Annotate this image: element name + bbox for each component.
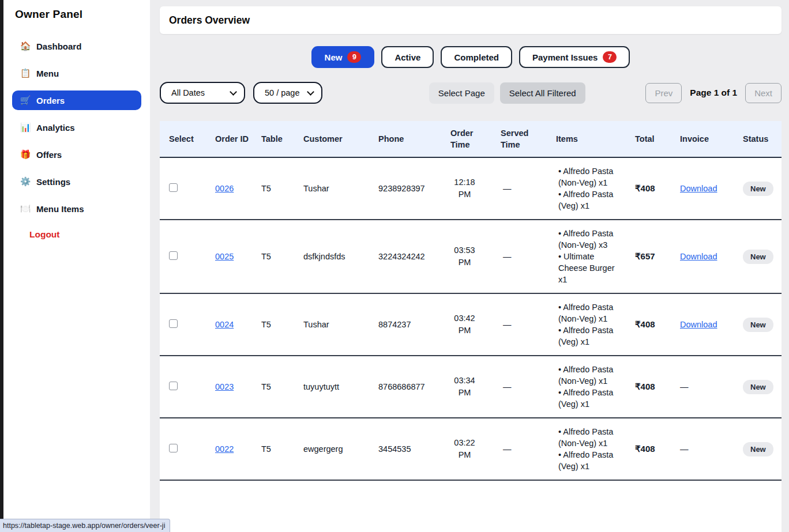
tab-label: Completed bbox=[454, 52, 499, 62]
phone-cell: 3224324242 bbox=[369, 244, 441, 269]
logout-button[interactable]: Logout bbox=[12, 229, 141, 240]
sidebar-item-label: Menu bbox=[36, 69, 59, 78]
table-cell: T5 bbox=[252, 244, 294, 269]
order-id-link[interactable]: 0026 bbox=[215, 184, 234, 193]
col-customer: Customer bbox=[294, 133, 369, 145]
tab-completed[interactable]: Completed bbox=[441, 46, 512, 68]
total-cell: ₹408 bbox=[626, 312, 671, 337]
row-checkbox[interactable] bbox=[169, 444, 178, 452]
row-checkbox[interactable] bbox=[169, 251, 178, 260]
sidebar-item-menu[interactable]: 📋 Menu bbox=[12, 63, 141, 83]
date-filter-wrapper: All Dates bbox=[160, 82, 245, 104]
row-checkbox[interactable] bbox=[169, 382, 178, 390]
prev-page-button[interactable]: Prev bbox=[645, 83, 682, 103]
order-id-link[interactable]: 0025 bbox=[215, 252, 234, 261]
status-badge: New bbox=[743, 250, 773, 264]
customer-cell: tuyuytuytt bbox=[294, 375, 369, 399]
plate-cutlery-icon: 🍽️ bbox=[20, 203, 31, 214]
payment-issues-count-badge: 7 bbox=[603, 51, 617, 63]
pagination: Prev Page 1 of 1 Next bbox=[645, 83, 782, 103]
next-page-button[interactable]: Next bbox=[745, 83, 782, 103]
page-size-wrapper: 50 / page bbox=[253, 82, 322, 104]
order-id-link[interactable]: 0024 bbox=[215, 320, 234, 329]
sidebar-nav: 🏠 Dashboard 📋 Menu 🛒 Orders 📊 Analytics … bbox=[12, 36, 141, 218]
sidebar-item-offers[interactable]: 🎁 Offers bbox=[12, 145, 141, 164]
tab-new[interactable]: New 9 bbox=[311, 46, 375, 68]
page-title: Orders Overview bbox=[169, 14, 250, 27]
select-all-filtered-button[interactable]: Select All Filtered bbox=[500, 82, 585, 104]
items-cell: • Alfredo Pasta (Non-Veg) x1 • Alfredo P… bbox=[547, 294, 626, 355]
order-time-cell: 03:34 PM bbox=[450, 375, 480, 399]
served-time-cell: — bbox=[491, 244, 547, 269]
sidebar-item-label: Analytics bbox=[36, 123, 75, 133]
orders-table-body: 0026 T5 Tushar 9238928397 12:18 PM — • A… bbox=[160, 158, 782, 481]
tab-active[interactable]: Active bbox=[381, 46, 434, 68]
page-size-select[interactable]: 50 / page bbox=[253, 82, 322, 104]
col-invoice: Invoice bbox=[671, 133, 734, 145]
invoice-download-link: — bbox=[680, 444, 689, 454]
row-checkbox[interactable] bbox=[169, 319, 178, 328]
items-cell: • Alfredo Pasta (Non-Veg) x1 • Alfredo P… bbox=[547, 356, 626, 417]
status-badge: New bbox=[743, 380, 773, 394]
table-cell: T5 bbox=[252, 375, 294, 399]
total-cell: ₹408 bbox=[626, 374, 671, 399]
statusbar-url-tooltip: https://tabletap-stage.web.app/owner/ord… bbox=[0, 519, 170, 532]
order-id-link[interactable]: 0023 bbox=[215, 382, 234, 391]
table-cell: T5 bbox=[252, 437, 294, 461]
invoice-download-link[interactable]: Download bbox=[680, 320, 717, 329]
status-badge: New bbox=[743, 318, 773, 332]
invoice-download-link[interactable]: Download bbox=[680, 252, 717, 261]
phone-cell: 3454535 bbox=[369, 437, 441, 461]
total-cell: ₹408 bbox=[626, 176, 671, 201]
gift-icon: 🎁 bbox=[20, 149, 31, 160]
sidebar-item-dashboard[interactable]: 🏠 Dashboard bbox=[12, 36, 141, 56]
gear-icon: ⚙️ bbox=[20, 176, 31, 187]
served-time-cell: — bbox=[491, 375, 547, 399]
col-total: Total bbox=[626, 133, 671, 145]
page-info: Page 1 of 1 bbox=[690, 88, 737, 98]
col-items: Items bbox=[547, 133, 626, 145]
sidebar-item-orders[interactable]: 🛒 Orders bbox=[12, 90, 141, 110]
orders-table: Select Order ID Table Customer Phone Ord… bbox=[160, 121, 782, 532]
table-cell: T5 bbox=[252, 312, 294, 337]
invoice-download-link[interactable]: Download bbox=[680, 184, 717, 193]
new-count-badge: 9 bbox=[347, 51, 361, 63]
order-time-cell: 03:22 PM bbox=[450, 437, 480, 461]
tab-payment-issues[interactable]: Payment Issues 7 bbox=[519, 46, 630, 68]
order-time-cell: 03:42 PM bbox=[450, 312, 480, 337]
filters-row: All Dates 50 / page Select Page Select A… bbox=[160, 82, 782, 104]
customer-cell: dsfkjndsfds bbox=[294, 244, 369, 269]
table-row: 0024 T5 Tushar 8874237 03:42 PM — • Alfr… bbox=[160, 294, 782, 356]
items-cell: • Alfredo Pasta (Non-Veg) x1 • Alfredo P… bbox=[547, 158, 626, 219]
date-filter-select[interactable]: All Dates bbox=[160, 82, 245, 104]
tab-label: Payment Issues bbox=[532, 52, 598, 62]
phone-cell: 8768686877 bbox=[369, 375, 441, 399]
col-table: Table bbox=[252, 133, 294, 145]
main-content: Orders Overview New 9 Active Completed P… bbox=[150, 0, 789, 532]
sidebar-item-label: Dashboard bbox=[36, 41, 81, 51]
page-header-card: Orders Overview bbox=[160, 6, 782, 34]
tab-label: Active bbox=[394, 52, 420, 62]
bar-chart-icon: 📊 bbox=[20, 122, 31, 133]
col-order-id: Order ID bbox=[206, 133, 252, 145]
total-cell: ₹408 bbox=[626, 436, 671, 462]
sidebar-item-settings[interactable]: ⚙️ Settings bbox=[12, 172, 141, 191]
items-cell: • Alfredo Pasta (Non-Veg) x3 • Ultimate … bbox=[547, 220, 626, 293]
sidebar-item-label: Settings bbox=[36, 177, 70, 187]
invoice-download-link: — bbox=[680, 382, 689, 391]
row-checkbox[interactable] bbox=[169, 183, 178, 192]
sidebar-item-menu-items[interactable]: 🍽️ Menu Items bbox=[12, 199, 141, 218]
tab-label: New bbox=[325, 52, 343, 62]
customer-cell: ewgergerg bbox=[294, 437, 369, 461]
sidebar: Owner Panel 🏠 Dashboard 📋 Menu 🛒 Orders … bbox=[3, 0, 150, 532]
status-badge: New bbox=[743, 182, 773, 196]
clipboard-icon: 📋 bbox=[20, 68, 31, 78]
sidebar-item-analytics[interactable]: 📊 Analytics bbox=[12, 118, 141, 137]
col-served-time: Served Time bbox=[491, 127, 547, 150]
sidebar-item-label: Offers bbox=[36, 150, 62, 160]
table-row: 0025 T5 dsfkjndsfds 3224324242 03:53 PM … bbox=[160, 220, 782, 294]
home-icon: 🏠 bbox=[20, 41, 31, 51]
served-time-cell: — bbox=[491, 312, 547, 337]
select-page-button[interactable]: Select Page bbox=[429, 82, 494, 104]
order-id-link[interactable]: 0022 bbox=[215, 444, 234, 454]
